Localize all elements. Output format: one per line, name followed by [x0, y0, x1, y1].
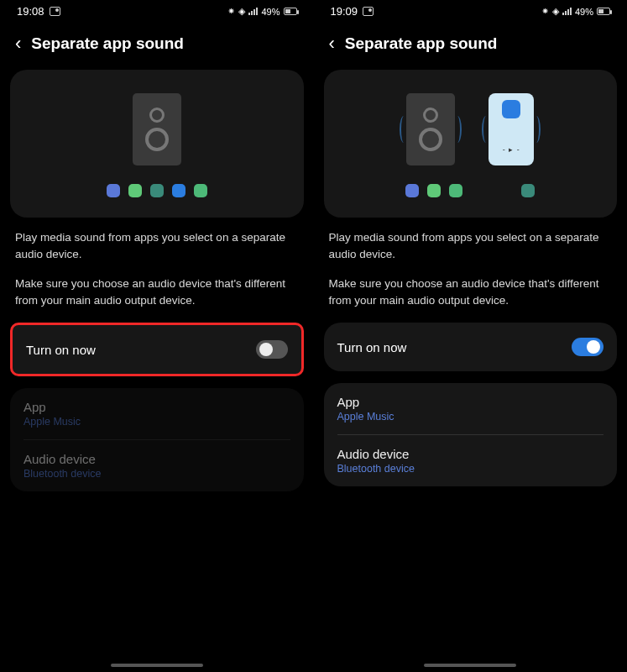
turn-on-toggle-row[interactable]: Turn on now	[10, 323, 304, 376]
nav-bar[interactable]	[111, 664, 203, 667]
toggle-switch[interactable]	[256, 340, 288, 359]
device-label: Audio device	[24, 452, 290, 466]
device-label: Audio device	[337, 447, 604, 461]
dot	[427, 184, 441, 197]
device-value: Bluetooth device	[337, 463, 604, 475]
app-dots-left	[405, 184, 462, 197]
dot	[405, 184, 419, 197]
description-2: Make sure you choose an audio device tha…	[10, 264, 304, 323]
description-1: Play media sound from apps you select on…	[324, 218, 618, 264]
battery-text: 49%	[261, 7, 280, 17]
speaker-icon	[406, 93, 455, 165]
screen-right: 19:09 ⁕ ◈ 49% ‹ Separate app sound	[314, 0, 628, 672]
dot	[194, 184, 207, 197]
bluetooth-icon: ⁕	[541, 6, 549, 17]
nav-bar[interactable]	[424, 664, 516, 667]
dot	[150, 184, 164, 197]
phone-icon: - ▸ -	[489, 93, 534, 165]
signal-icon	[248, 8, 258, 15]
battery-icon	[284, 8, 297, 15]
wifi-icon: ◈	[552, 6, 559, 17]
audio-device-row[interactable]: Audio device Bluetooth device	[24, 439, 290, 491]
settings-list: App Apple Music Audio device Bluetooth d…	[324, 383, 618, 486]
speaker-icon	[133, 93, 181, 165]
description-1: Play media sound from apps you select on…	[10, 218, 304, 264]
sound-wave-icon	[532, 116, 541, 143]
app-value: Apple Music	[337, 411, 604, 423]
screen-left: 19:08 ⁕ ◈ 49% ‹ Separate app sound	[0, 0, 314, 672]
app-row[interactable]: App Apple Music	[24, 388, 290, 439]
clock: 19:09	[331, 5, 358, 18]
clock: 19:08	[17, 5, 44, 18]
settings-list: App Apple Music Audio device Bluetooth d…	[10, 388, 304, 491]
battery-icon	[597, 8, 610, 15]
back-icon[interactable]: ‹	[15, 33, 21, 55]
wifi-icon: ◈	[238, 6, 245, 17]
status-bar: 19:09 ⁕ ◈ 49%	[324, 0, 618, 21]
sound-wave-icon	[482, 116, 490, 143]
signal-icon	[562, 8, 572, 15]
app-dots	[107, 184, 207, 197]
picture-icon	[50, 7, 60, 16]
dot	[128, 184, 142, 197]
dot	[449, 184, 462, 197]
app-label: App	[337, 395, 604, 409]
sound-wave-icon	[400, 116, 408, 143]
app-dots-right	[521, 184, 535, 197]
toggle-switch[interactable]	[572, 338, 603, 356]
dot	[521, 184, 535, 197]
hero-illustration	[10, 70, 304, 218]
toggle-label: Turn on now	[26, 343, 96, 357]
app-value: Apple Music	[24, 416, 290, 428]
page-title: Separate app sound	[31, 34, 184, 53]
status-bar: 19:08 ⁕ ◈ 49%	[10, 0, 304, 21]
description-2: Make sure you choose an audio device tha…	[324, 264, 618, 323]
bluetooth-icon: ⁕	[227, 6, 235, 17]
audio-device-row[interactable]: Audio device Bluetooth device	[337, 434, 604, 486]
back-icon[interactable]: ‹	[329, 33, 335, 55]
toggle-label: Turn on now	[337, 340, 407, 354]
dot	[172, 184, 185, 197]
app-row[interactable]: App Apple Music	[337, 383, 604, 434]
app-label: App	[24, 400, 290, 414]
turn-on-toggle-row[interactable]: Turn on now	[324, 323, 618, 371]
header: ‹ Separate app sound	[324, 21, 618, 70]
sound-wave-icon	[453, 116, 462, 143]
picture-icon	[363, 7, 374, 16]
device-value: Bluetooth device	[24, 468, 290, 480]
header: ‹ Separate app sound	[10, 21, 304, 70]
dot	[107, 184, 120, 197]
page-title: Separate app sound	[345, 34, 498, 53]
battery-text: 49%	[575, 7, 593, 17]
hero-illustration: - ▸ -	[324, 70, 618, 218]
